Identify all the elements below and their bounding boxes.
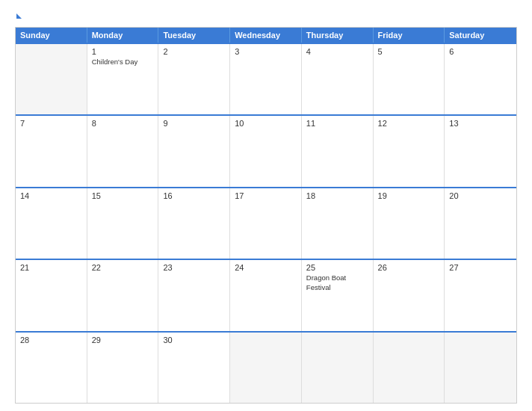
calendar-week-2: 78910111213 <box>16 114 516 186</box>
calendar-cell: 22 <box>87 260 159 330</box>
header-day-wednesday: Wednesday <box>230 28 302 43</box>
calendar-cell <box>16 44 87 114</box>
day-number: 8 <box>92 119 154 128</box>
calendar-week-4: 2122232425Dragon Boat Festival2627 <box>16 259 516 330</box>
calendar-cell: 8 <box>87 116 159 186</box>
day-number: 10 <box>235 119 297 128</box>
day-number: 17 <box>235 191 297 200</box>
day-number: 23 <box>163 263 225 272</box>
day-number: 4 <box>306 47 368 56</box>
calendar-cell: 11 <box>302 116 374 186</box>
calendar-cell: 1Children's Day <box>87 44 159 114</box>
logo-triangle-icon <box>16 13 22 19</box>
header-day-friday: Friday <box>374 28 445 43</box>
calendar-cell: 18 <box>302 188 374 259</box>
day-number: 20 <box>449 191 512 200</box>
day-number: 5 <box>378 47 440 56</box>
event-label: Dragon Boat Festival <box>306 274 368 292</box>
calendar-cell: 4 <box>302 44 374 114</box>
calendar-cell: 5 <box>374 44 445 114</box>
day-number: 29 <box>92 336 154 344</box>
header-day-monday: Monday <box>87 28 159 43</box>
day-number: 30 <box>163 336 225 344</box>
calendar-cell: 6 <box>445 44 516 114</box>
day-number: 3 <box>235 47 297 56</box>
day-number: 24 <box>235 263 297 272</box>
day-number: 12 <box>378 119 440 128</box>
calendar-week-5: 282930 <box>16 331 516 403</box>
day-number: 11 <box>306 119 368 128</box>
calendar-cell: 20 <box>445 188 516 259</box>
day-number: 14 <box>20 191 82 200</box>
calendar-cell <box>302 333 374 403</box>
calendar-cell: 2 <box>158 44 230 114</box>
calendar-cell: 13 <box>445 116 516 186</box>
day-number: 26 <box>378 263 440 272</box>
calendar-cell: 24 <box>230 260 302 330</box>
calendar-cell: 23 <box>158 260 230 330</box>
calendar-cell <box>374 333 445 403</box>
calendar-cell: 21 <box>16 260 87 330</box>
calendar-cell: 19 <box>374 188 445 259</box>
calendar-cell: 28 <box>16 333 87 403</box>
day-number: 15 <box>92 191 154 200</box>
day-number: 16 <box>163 191 225 200</box>
page: SundayMondayTuesdayWednesdayThursdayFrid… <box>0 0 532 411</box>
calendar-cell <box>230 333 302 403</box>
day-number: 18 <box>306 191 368 200</box>
calendar-cell: 29 <box>87 333 159 403</box>
calendar-cell: 15 <box>87 188 159 259</box>
day-number: 9 <box>163 119 225 128</box>
calendar-cell: 14 <box>16 188 87 259</box>
calendar-cell: 27 <box>445 260 516 330</box>
day-number: 2 <box>163 47 225 56</box>
calendar-header: SundayMondayTuesdayWednesdayThursdayFrid… <box>16 28 516 43</box>
day-number: 7 <box>20 119 82 128</box>
calendar-cell: 7 <box>16 116 87 186</box>
calendar-cell: 17 <box>230 188 302 259</box>
header-day-sunday: Sunday <box>16 28 87 43</box>
calendar-week-3: 14151617181920 <box>16 187 516 259</box>
calendar-cell: 12 <box>374 116 445 186</box>
calendar-cell: 30 <box>158 333 230 403</box>
calendar-cell: 16 <box>158 188 230 259</box>
day-number: 13 <box>449 119 512 128</box>
event-label: Children's Day <box>92 58 154 67</box>
calendar-cell: 10 <box>230 116 302 186</box>
day-number: 27 <box>449 263 512 272</box>
header-day-thursday: Thursday <box>302 28 374 43</box>
calendar-cell: 26 <box>374 260 445 330</box>
calendar-cell: 9 <box>158 116 230 186</box>
logo <box>15 13 22 19</box>
day-number: 21 <box>20 263 82 272</box>
day-number: 25 <box>306 263 368 272</box>
day-number: 28 <box>20 336 82 344</box>
calendar-grid: SundayMondayTuesdayWednesdayThursdayFrid… <box>15 27 517 404</box>
day-number: 22 <box>92 263 154 272</box>
calendar-cell: 25Dragon Boat Festival <box>302 260 374 330</box>
day-number: 1 <box>92 47 154 56</box>
day-number: 6 <box>449 47 512 56</box>
calendar-body: 1Children's Day2345678910111213141516171… <box>16 43 516 403</box>
day-number: 19 <box>378 191 440 200</box>
calendar-cell: 3 <box>230 44 302 114</box>
logo-blue-text <box>15 13 22 19</box>
calendar-cell <box>445 333 516 403</box>
header-day-saturday: Saturday <box>445 28 516 43</box>
header <box>15 13 517 19</box>
header-day-tuesday: Tuesday <box>158 28 230 43</box>
calendar-week-1: 1Children's Day23456 <box>16 43 516 114</box>
